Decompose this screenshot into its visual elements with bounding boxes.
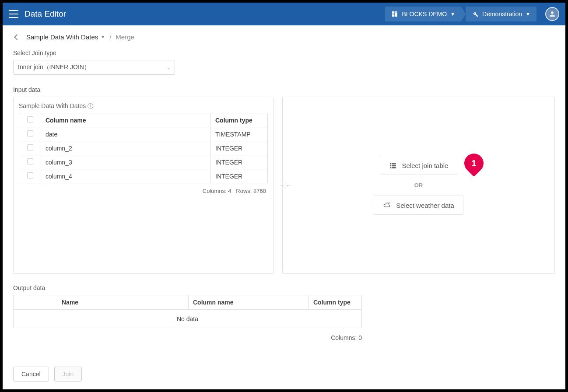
join-type-label: Select Join type [13, 49, 555, 56]
cell-type: INTEGER [211, 141, 268, 155]
layout-icon [391, 10, 398, 18]
panels: Sample Data With Dates i Column name Col… [13, 97, 555, 274]
select-weather-button[interactable]: Select weather data [374, 196, 463, 215]
cancel-button[interactable]: Cancel [13, 367, 49, 382]
caret-down-icon: ▼ [450, 11, 455, 17]
cell-type: TIMESTAMP [211, 127, 268, 141]
select-weather-label: Select weather data [396, 202, 454, 209]
row-checkbox[interactable] [27, 158, 33, 164]
weather-icon [383, 201, 391, 209]
back-icon[interactable] [14, 34, 20, 40]
output-footer: Columns: 0 [13, 334, 362, 341]
join-type-value: Inner join（INNER JOIN） [18, 63, 90, 71]
project-chip-label: BLOCKS DEMO [402, 10, 447, 18]
annotation-number: 1 [471, 158, 476, 168]
cell-type: INTEGER [211, 155, 268, 169]
app-header: Data Editor BLOCKS DEMO ▼ Demonstration … [3, 3, 565, 25]
output-blank-header [14, 295, 57, 310]
user-icon [548, 10, 556, 18]
project-chip[interactable]: BLOCKS DEMO ▼ [385, 7, 461, 21]
caret-down-icon: ▼ [101, 35, 105, 39]
breadcrumb-main-label: Sample Data With Dates [26, 33, 98, 41]
header-chips: BLOCKS DEMO ▼ Demonstration ▼ [385, 7, 559, 21]
join-type-select[interactable]: Inner join（INNER JOIN） ⌄ [13, 60, 175, 75]
footer-rows: Rows: 8760 [236, 188, 266, 194]
footer-cols: Columns: 4 [203, 188, 231, 194]
input-panel: Sample Data With Dates i Column name Col… [13, 97, 273, 274]
app-frame: Data Editor BLOCKS DEMO ▼ Demonstration … [3, 3, 565, 389]
caret-down-icon: ▼ [526, 11, 530, 17]
cell-name: date [41, 127, 211, 141]
select-join-table-label: Select join table [402, 162, 449, 169]
input-panel-title: Sample Data With Dates i [19, 102, 268, 109]
cell-name: column_2 [41, 141, 211, 155]
output-name-header: Name [57, 295, 189, 310]
select-join-table-button[interactable]: Select join table [380, 156, 458, 175]
breadcrumb-sub: Merge [116, 33, 134, 41]
input-col-type-header: Column type [211, 113, 268, 127]
chevron-down-icon: ⌄ [167, 65, 170, 70]
cell-name: column_3 [41, 155, 211, 169]
row-checkbox[interactable] [27, 130, 33, 136]
table-row: column_2 INTEGER [19, 141, 268, 155]
input-data-label: Input data [13, 86, 555, 93]
row-checkbox[interactable] [27, 144, 33, 150]
header-checkbox[interactable] [27, 116, 33, 122]
join-panel: Select join table OR Select weather data [282, 97, 555, 274]
cell-type: INTEGER [211, 169, 268, 183]
breadcrumb-main[interactable]: Sample Data With Dates ▼ [26, 33, 105, 41]
tool-chip[interactable]: Demonstration ▼ [466, 7, 536, 21]
breadcrumb: Sample Data With Dates ▼ / Merge [13, 33, 555, 41]
output-coltype-header: Column type [309, 295, 362, 310]
table-row: column_3 INTEGER [19, 155, 268, 169]
output-colname-header: Column name [189, 295, 309, 310]
info-icon[interactable]: i [88, 103, 93, 109]
avatar[interactable] [545, 7, 559, 21]
row-checkbox[interactable] [27, 172, 33, 178]
table-row: column_4 INTEGER [19, 169, 268, 183]
output-table: Name Column name Column type No data [13, 295, 362, 328]
output-section: Output data Name Column name Column type… [13, 284, 555, 341]
input-table: Column name Column type date TIMESTAMP c [19, 113, 268, 183]
cell-name: column_4 [41, 169, 211, 183]
no-data-cell: No data [14, 310, 362, 328]
join-button[interactable]: Join [54, 367, 82, 382]
app-title: Data Editor [25, 9, 66, 19]
input-col-name-header: Column name [41, 113, 211, 127]
bottom-buttons: Cancel Join [13, 367, 555, 382]
no-data-row: No data [14, 310, 362, 328]
breadcrumb-separator: / [109, 33, 111, 41]
content: Sample Data With Dates ▼ / Merge Select … [3, 25, 565, 389]
output-label: Output data [13, 284, 555, 291]
menu-icon[interactable] [9, 10, 18, 18]
wrench-icon [472, 10, 479, 18]
input-table-footer: Columns: 4 Rows: 8760 [19, 188, 268, 194]
or-text: OR [414, 182, 423, 189]
table-row: date TIMESTAMP [19, 127, 268, 141]
input-panel-title-text: Sample Data With Dates [19, 102, 86, 109]
tool-chip-label: Demonstration [482, 10, 522, 18]
table-icon [389, 161, 397, 169]
